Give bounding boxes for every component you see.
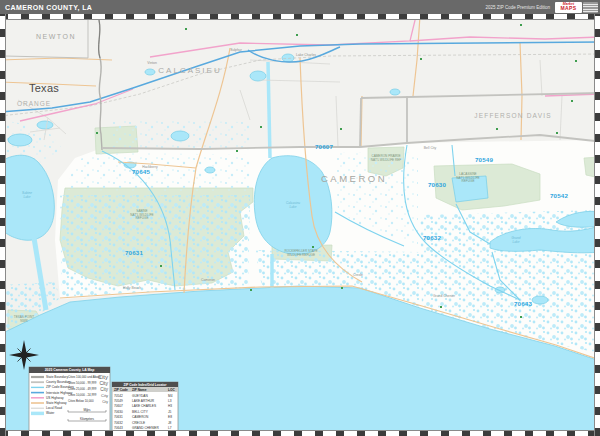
table-cell: H3 — [168, 404, 172, 408]
town-label: Sulphur — [230, 48, 243, 52]
table-column-header: ZIP Code — [114, 388, 128, 392]
table-cell: 70630 — [114, 410, 123, 414]
legend-city-label: Cities 10,000 - 24,999 — [68, 393, 97, 397]
town-label: Bell City — [424, 146, 437, 150]
town-label: Holly Beach — [123, 286, 141, 290]
legend-line-label: State Highway — [46, 401, 67, 405]
water-label: GrandLake — [512, 236, 521, 244]
table-column-header: ZIP Name — [132, 388, 147, 392]
table-cell: GUEYDAN — [132, 394, 148, 398]
refuge-label: ROCKEFELLER STATEWILDLIFE REFUGE — [284, 249, 317, 257]
legend-city-label: Cities Below 10,000 — [68, 399, 94, 403]
table-title: ZIP Code Index/Grid Locator — [124, 383, 168, 387]
ruler-right — [594, 14, 600, 436]
region-label: Texas — [29, 82, 59, 94]
table-cell: L3 — [168, 399, 172, 403]
table-cell: LAKE ARTHUR — [132, 399, 155, 403]
logo-main-text: MAPS — [560, 6, 576, 11]
header-bar: CAMERON COUNTY, LA 2025 ZIP Code Premium… — [0, 0, 600, 14]
table-cell: BELL CITY — [132, 410, 149, 414]
table-cell: M4 — [168, 394, 173, 398]
map-canvas[interactable]: NEWTONTexasORANGECALCASIEUJEFFERSON DAVI… — [0, 0, 600, 436]
table-cell: CREOLE — [132, 421, 145, 425]
zip-code-label: 70542 — [550, 192, 569, 199]
table-cell: CAMERON — [132, 415, 149, 419]
zip-code-label: 70607 — [315, 143, 334, 150]
zip-code-label: 70630 — [428, 181, 447, 188]
zip-code-label: 70645 — [132, 168, 151, 175]
table-cell: 70549 — [114, 399, 123, 403]
ruler-left — [0, 14, 6, 436]
zip-index-table[interactable]: ZIP Code Index/Grid LocatorZIP CodeZIP N… — [112, 382, 178, 436]
ruler-top — [0, 14, 600, 20]
zip-code-label: 70549 — [475, 156, 494, 163]
region-label: JEFFERSON DAVIS — [474, 112, 551, 119]
legend-city-label: Cities 25,000 - 49,999 — [68, 387, 97, 391]
refuge-label: CAMERON PRAIRIENAT'L WILDLIFE REF — [371, 154, 401, 162]
page-title: CAMERON COUNTY, LA — [2, 4, 92, 11]
region-label: NEWTON — [36, 33, 76, 40]
table-cell: 70607 — [114, 404, 123, 408]
table-cell: 70542 — [114, 394, 123, 398]
town-label: Cameron — [201, 278, 215, 282]
table-cell: 70631 — [114, 415, 123, 419]
town-label: Creole — [353, 273, 363, 277]
legend-city-sample: City — [100, 387, 108, 392]
table-cell: J8 — [168, 421, 172, 425]
region-label: CAMERON — [321, 173, 387, 184]
legend-box[interactable]: 2025 Cameron County, LA MapState Boundar… — [29, 367, 110, 435]
town-label: Vinton — [147, 61, 157, 65]
legend-line-label: US Highway — [46, 396, 64, 400]
table-column-header: LOC — [168, 388, 175, 392]
legend-city-label: Cities 100,000 and Above — [68, 375, 101, 379]
region-label: CALCASIEU — [158, 66, 221, 75]
table-cell: J5 — [168, 410, 172, 414]
legend-city-sample: City — [101, 393, 108, 398]
zip-code-label: 70632 — [423, 234, 442, 241]
edition-label: 2025 ZIP Code Premium Edition — [486, 5, 550, 10]
legend-line-label: Water — [46, 411, 55, 415]
table-cell: LAKE CHARLES — [132, 404, 156, 408]
legend-title: 2025 Cameron County, LA Map — [45, 368, 95, 372]
town-label: Grand Chenier — [433, 294, 456, 298]
table-cell: 70632 — [114, 421, 123, 425]
region-label: ORANGE — [17, 100, 51, 107]
town-label: Lake Charles — [296, 53, 316, 57]
legend-line-label: Local Road — [46, 406, 62, 410]
legend-city-sample: City — [99, 380, 108, 386]
zip-code-label: 70643 — [514, 300, 533, 307]
legend-city-sample: City — [102, 400, 108, 404]
legend-city-label: Cities 50,000 - 99,999 — [68, 381, 97, 385]
ruler-bottom — [0, 430, 600, 436]
marketmaps-logo-icon: Market MAPS — [555, 2, 582, 13]
map-page: CAMERON COUNTY, LA 2025 ZIP Code Premium… — [0, 0, 600, 436]
zip-code-label: 70631 — [125, 249, 144, 256]
legend-line-label: State Boundary — [46, 375, 68, 379]
logo-side-box-icon — [583, 2, 598, 13]
town-label: Hackberry — [142, 165, 158, 169]
table-cell: E8 — [168, 415, 172, 419]
